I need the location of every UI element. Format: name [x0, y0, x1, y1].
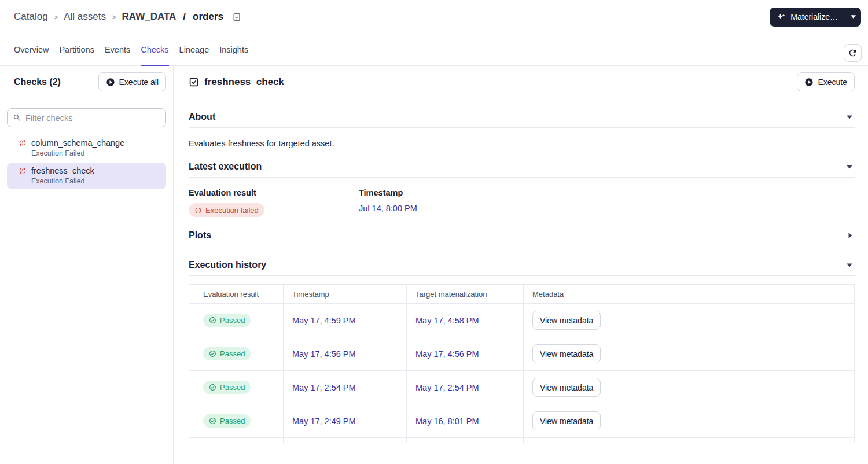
sync-problem-icon: [19, 167, 27, 175]
check-list-item-column-schema-change[interactable]: column_schema_change Execution Failed: [7, 135, 166, 161]
refresh-button[interactable]: [844, 44, 862, 62]
execute-button[interactable]: Execute: [797, 72, 855, 91]
view-metadata-button[interactable]: View metadata: [532, 344, 601, 363]
sidebar-header: Checks (2) Execute all: [0, 66, 173, 98]
check-status: Execution Failed: [31, 149, 161, 157]
check-circle-icon: [209, 384, 216, 391]
plots-section-header[interactable]: Plots: [189, 225, 855, 246]
passed-badge: Passed: [203, 414, 251, 428]
collapse-execution-history-button[interactable]: [844, 261, 855, 270]
table-header-row: Evaluation result Timestamp Target mater…: [189, 285, 854, 304]
collapse-about-button[interactable]: [844, 113, 855, 121]
tab-bar: Overview Partitions Events Checks Lineag…: [0, 34, 868, 66]
execute-all-button[interactable]: Execute all: [98, 72, 166, 91]
execution-history-title: Execution history: [189, 260, 266, 270]
execution-history-section-header[interactable]: Execution history: [189, 255, 855, 275]
check-list-item-freshness-check[interactable]: freshness_check Execution Failed: [7, 163, 166, 189]
breadcrumb-catalog[interactable]: Catalog: [14, 11, 48, 23]
target-materialization-link[interactable]: May 16, 8:01 PM: [415, 417, 479, 426]
sync-problem-icon: [19, 139, 27, 147]
latest-execution-title: Latest execution: [189, 161, 262, 172]
evaluation-result-label: Evaluation result: [189, 188, 359, 197]
target-materialization-link[interactable]: May 17, 4:56 PM: [415, 349, 479, 359]
tab-insights[interactable]: Insights: [219, 34, 248, 65]
latest-execution-section-header[interactable]: Latest execution: [189, 156, 855, 177]
about-section-header[interactable]: About: [189, 106, 855, 127]
view-metadata-button[interactable]: View metadata: [532, 378, 601, 397]
divider: [189, 127, 855, 128]
check-title: freshness_check: [204, 76, 284, 88]
table-row: Passed May 17, 4:59 PM May 17, 4:58 PM V…: [189, 304, 854, 337]
passed-badge: Passed: [203, 314, 251, 327]
search-icon: [13, 113, 21, 122]
passed-badge: Passed: [203, 381, 251, 394]
column-header-evaluation-result: Evaluation result: [189, 285, 284, 303]
divider: [189, 275, 855, 276]
check-circle-icon: [209, 350, 216, 358]
checked-checkbox-icon: [189, 77, 199, 87]
check-name: freshness_check: [31, 166, 94, 175]
execution-failed-badge: Execution failed: [189, 203, 264, 217]
passed-label: Passed: [220, 316, 245, 325]
execution-failed-label: Execution failed: [205, 206, 259, 215]
table-row: Passed May 17, 2:54 PM May 17, 2:54 PM V…: [189, 371, 854, 404]
sparkle-icon: [777, 12, 786, 22]
timestamp-link[interactable]: May 17, 4:56 PM: [292, 349, 356, 359]
column-header-timestamp: Timestamp: [284, 285, 407, 303]
tab-checks[interactable]: Checks: [141, 34, 168, 65]
about-title: About: [189, 112, 215, 122]
check-detail-header: freshness_check Execute: [174, 66, 868, 98]
materialize-split-button: Materialize…: [770, 8, 861, 27]
target-materialization-link[interactable]: May 17, 2:54 PM: [415, 383, 479, 392]
breadcrumb-all-assets[interactable]: All assets: [64, 11, 106, 23]
about-description: Evaluates freshness for targeted asset.: [189, 139, 855, 148]
tab-partitions[interactable]: Partitions: [59, 34, 94, 65]
passed-label: Passed: [220, 383, 245, 392]
timestamp-link[interactable]: May 17, 2:54 PM: [292, 383, 356, 392]
divider: [189, 246, 855, 246]
passed-label: Passed: [220, 349, 245, 358]
caret-down-icon: [847, 165, 852, 169]
column-header-target-materialization: Target materialization: [407, 285, 524, 303]
chevron-right-separator: >: [112, 13, 116, 21]
target-materialization-link[interactable]: May 17, 4:58 PM: [415, 316, 479, 325]
tab-lineage[interactable]: Lineage: [179, 34, 209, 65]
table-row-cutoff: [189, 438, 854, 443]
passed-badge: Passed: [203, 347, 251, 360]
sync-problem-icon: [194, 207, 202, 214]
tab-overview[interactable]: Overview: [14, 34, 49, 65]
timestamp-link[interactable]: May 17, 2:49 PM: [292, 417, 356, 426]
chevron-down-icon: [851, 15, 856, 19]
collapse-latest-execution-button[interactable]: [844, 163, 855, 171]
materialize-button[interactable]: Materialize…: [770, 8, 845, 27]
copy-asset-name-icon[interactable]: [231, 12, 242, 22]
passed-label: Passed: [220, 417, 245, 425]
table-row: Passed May 17, 2:49 PM May 16, 8:01 PM V…: [189, 404, 854, 438]
plots-title: Plots: [189, 230, 211, 241]
divider: [189, 177, 855, 178]
path-separator: /: [183, 11, 186, 23]
execute-label: Execute: [818, 78, 847, 87]
check-name: column_schema_change: [31, 138, 124, 148]
breadcrumb-asset-group[interactable]: RAW_DATA: [122, 11, 176, 23]
latest-execution-details: Evaluation result Execution failed Times…: [189, 188, 855, 217]
caret-down-icon: [847, 115, 852, 119]
expand-plots-button[interactable]: [846, 230, 855, 241]
view-metadata-button[interactable]: View metadata: [532, 311, 601, 330]
column-header-metadata: Metadata: [524, 285, 854, 303]
checks-count-title: Checks (2): [14, 77, 61, 87]
latest-timestamp-link[interactable]: Jul 14, 8:00 PM: [359, 204, 417, 213]
breadcrumb-asset-name: orders: [193, 11, 223, 23]
filter-checks-input[interactable]: [25, 113, 160, 123]
materialize-dropdown-button[interactable]: [845, 8, 861, 27]
checks-sidebar: Checks (2) Execute all column_schema_cha…: [0, 66, 174, 464]
caret-down-icon: [847, 263, 852, 267]
execution-history-table: Evaluation result Timestamp Target mater…: [189, 284, 855, 443]
execute-all-label: Execute all: [119, 78, 159, 87]
caret-right-icon: [848, 233, 852, 238]
view-metadata-button[interactable]: View metadata: [532, 411, 601, 430]
check-status: Execution Failed: [31, 177, 161, 185]
timestamp-label: Timestamp: [359, 188, 417, 197]
timestamp-link[interactable]: May 17, 4:59 PM: [292, 316, 356, 325]
tab-events[interactable]: Events: [105, 34, 130, 65]
